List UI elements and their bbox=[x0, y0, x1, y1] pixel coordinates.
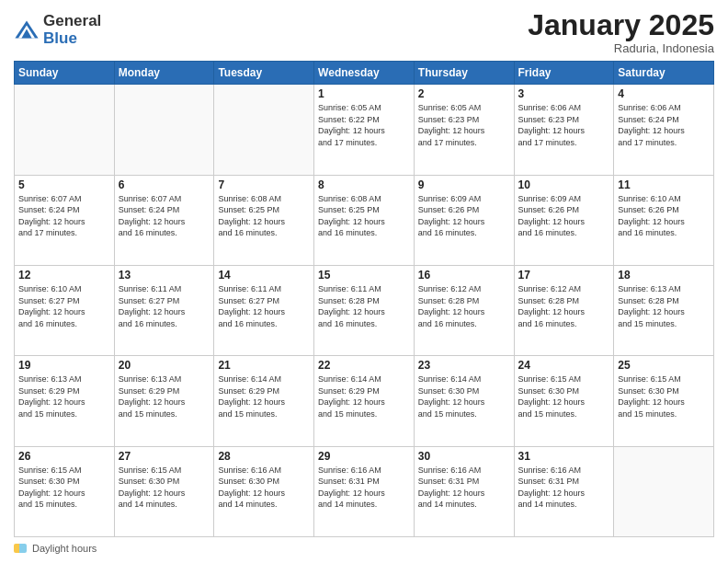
day-info: Sunrise: 6:11 AM Sunset: 6:28 PM Dayligh… bbox=[318, 283, 410, 329]
calendar-cell: 22Sunrise: 6:14 AM Sunset: 6:29 PM Dayli… bbox=[314, 356, 415, 446]
calendar-cell: 28Sunrise: 6:16 AM Sunset: 6:30 PM Dayli… bbox=[214, 446, 314, 536]
day-number: 1 bbox=[318, 87, 410, 100]
day-number: 15 bbox=[318, 269, 410, 282]
day-info: Sunrise: 6:07 AM Sunset: 6:24 PM Dayligh… bbox=[18, 193, 110, 239]
calendar-cell: 15Sunrise: 6:11 AM Sunset: 6:28 PM Dayli… bbox=[314, 265, 415, 355]
col-header-sunday: Sunday bbox=[15, 62, 115, 85]
day-number: 21 bbox=[218, 359, 310, 372]
day-info: Sunrise: 6:10 AM Sunset: 6:26 PM Dayligh… bbox=[618, 193, 710, 239]
calendar-cell: 17Sunrise: 6:12 AM Sunset: 6:28 PM Dayli… bbox=[514, 265, 614, 355]
calendar-cell: 16Sunrise: 6:12 AM Sunset: 6:28 PM Dayli… bbox=[414, 265, 514, 355]
day-number: 16 bbox=[418, 269, 510, 282]
calendar-cell: 25Sunrise: 6:15 AM Sunset: 6:30 PM Dayli… bbox=[614, 356, 714, 446]
day-number: 10 bbox=[518, 178, 610, 191]
calendar-cell: 29Sunrise: 6:16 AM Sunset: 6:31 PM Dayli… bbox=[314, 446, 415, 536]
calendar-cell: 6Sunrise: 6:07 AM Sunset: 6:24 PM Daylig… bbox=[114, 175, 214, 265]
day-number: 28 bbox=[218, 450, 310, 463]
day-info: Sunrise: 6:09 AM Sunset: 6:26 PM Dayligh… bbox=[418, 193, 510, 239]
footer: Daylight hours bbox=[14, 543, 714, 554]
logo-icon bbox=[14, 17, 40, 43]
day-info: Sunrise: 6:14 AM Sunset: 6:30 PM Dayligh… bbox=[418, 373, 510, 419]
day-info: Sunrise: 6:15 AM Sunset: 6:30 PM Dayligh… bbox=[119, 465, 210, 511]
day-number: 31 bbox=[518, 450, 610, 463]
day-number: 27 bbox=[119, 450, 210, 463]
day-number: 8 bbox=[318, 178, 410, 191]
calendar-cell: 3Sunrise: 6:06 AM Sunset: 6:23 PM Daylig… bbox=[514, 85, 614, 175]
calendar-cell: 13Sunrise: 6:11 AM Sunset: 6:27 PM Dayli… bbox=[114, 265, 214, 355]
day-info: Sunrise: 6:13 AM Sunset: 6:28 PM Dayligh… bbox=[618, 283, 710, 329]
calendar-cell: 31Sunrise: 6:16 AM Sunset: 6:31 PM Dayli… bbox=[514, 446, 614, 536]
day-number: 6 bbox=[119, 178, 210, 191]
col-header-monday: Monday bbox=[114, 62, 214, 85]
calendar-cell: 5Sunrise: 6:07 AM Sunset: 6:24 PM Daylig… bbox=[15, 175, 115, 265]
day-info: Sunrise: 6:08 AM Sunset: 6:25 PM Dayligh… bbox=[318, 193, 410, 239]
day-info: Sunrise: 6:16 AM Sunset: 6:30 PM Dayligh… bbox=[218, 465, 310, 511]
day-info: Sunrise: 6:14 AM Sunset: 6:29 PM Dayligh… bbox=[318, 373, 410, 419]
calendar-header-row: SundayMondayTuesdayWednesdayThursdayFrid… bbox=[15, 62, 714, 85]
calendar-cell: 27Sunrise: 6:15 AM Sunset: 6:30 PM Dayli… bbox=[114, 446, 214, 536]
col-header-wednesday: Wednesday bbox=[314, 62, 415, 85]
calendar-cell: 30Sunrise: 6:16 AM Sunset: 6:31 PM Dayli… bbox=[414, 446, 514, 536]
calendar-cell: 9Sunrise: 6:09 AM Sunset: 6:26 PM Daylig… bbox=[414, 175, 514, 265]
day-info: Sunrise: 6:15 AM Sunset: 6:30 PM Dayligh… bbox=[18, 465, 110, 511]
calendar-week-4: 19Sunrise: 6:13 AM Sunset: 6:29 PM Dayli… bbox=[15, 356, 714, 446]
calendar-cell bbox=[15, 85, 115, 175]
day-info: Sunrise: 6:07 AM Sunset: 6:24 PM Dayligh… bbox=[119, 193, 210, 239]
day-number: 7 bbox=[218, 178, 310, 191]
calendar-cell: 14Sunrise: 6:11 AM Sunset: 6:27 PM Dayli… bbox=[214, 265, 314, 355]
day-info: Sunrise: 6:13 AM Sunset: 6:29 PM Dayligh… bbox=[18, 373, 110, 419]
daylight-icon bbox=[14, 544, 27, 553]
day-number: 5 bbox=[18, 178, 110, 191]
day-number: 2 bbox=[418, 87, 510, 100]
day-number: 26 bbox=[18, 450, 110, 463]
day-info: Sunrise: 6:05 AM Sunset: 6:22 PM Dayligh… bbox=[318, 102, 410, 148]
calendar-cell: 26Sunrise: 6:15 AM Sunset: 6:30 PM Dayli… bbox=[15, 446, 115, 536]
calendar-week-3: 12Sunrise: 6:10 AM Sunset: 6:27 PM Dayli… bbox=[15, 265, 714, 355]
logo-text: General Blue bbox=[43, 13, 101, 47]
title-block: January 2025 Raduria, Indonesia bbox=[528, 9, 714, 55]
calendar-table: SundayMondayTuesdayWednesdayThursdayFrid… bbox=[14, 61, 714, 537]
day-info: Sunrise: 6:11 AM Sunset: 6:27 PM Dayligh… bbox=[218, 283, 310, 329]
day-info: Sunrise: 6:16 AM Sunset: 6:31 PM Dayligh… bbox=[418, 465, 510, 511]
day-info: Sunrise: 6:11 AM Sunset: 6:27 PM Dayligh… bbox=[119, 283, 210, 329]
calendar-cell: 8Sunrise: 6:08 AM Sunset: 6:25 PM Daylig… bbox=[314, 175, 415, 265]
col-header-thursday: Thursday bbox=[414, 62, 514, 85]
page: General Blue January 2025 Raduria, Indon… bbox=[0, 0, 728, 563]
logo-general: General bbox=[43, 13, 101, 30]
col-header-friday: Friday bbox=[514, 62, 614, 85]
calendar-cell bbox=[214, 85, 314, 175]
day-info: Sunrise: 6:06 AM Sunset: 6:23 PM Dayligh… bbox=[518, 102, 610, 148]
month-title: January 2025 bbox=[528, 9, 714, 41]
day-info: Sunrise: 6:05 AM Sunset: 6:23 PM Dayligh… bbox=[418, 102, 510, 148]
day-info: Sunrise: 6:16 AM Sunset: 6:31 PM Dayligh… bbox=[318, 465, 410, 511]
day-number: 18 bbox=[618, 269, 710, 282]
footer-label: Daylight hours bbox=[32, 543, 97, 554]
day-info: Sunrise: 6:09 AM Sunset: 6:26 PM Dayligh… bbox=[518, 193, 610, 239]
calendar-cell: 19Sunrise: 6:13 AM Sunset: 6:29 PM Dayli… bbox=[15, 356, 115, 446]
day-info: Sunrise: 6:15 AM Sunset: 6:30 PM Dayligh… bbox=[618, 373, 710, 419]
day-number: 23 bbox=[418, 359, 510, 372]
header: General Blue January 2025 Raduria, Indon… bbox=[14, 9, 714, 55]
day-info: Sunrise: 6:08 AM Sunset: 6:25 PM Dayligh… bbox=[218, 193, 310, 239]
day-info: Sunrise: 6:15 AM Sunset: 6:30 PM Dayligh… bbox=[518, 373, 610, 419]
day-number: 12 bbox=[18, 269, 110, 282]
day-info: Sunrise: 6:10 AM Sunset: 6:27 PM Dayligh… bbox=[18, 283, 110, 329]
calendar-week-2: 5Sunrise: 6:07 AM Sunset: 6:24 PM Daylig… bbox=[15, 175, 714, 265]
calendar-cell: 12Sunrise: 6:10 AM Sunset: 6:27 PM Dayli… bbox=[15, 265, 115, 355]
day-number: 4 bbox=[618, 87, 710, 100]
calendar-cell: 1Sunrise: 6:05 AM Sunset: 6:22 PM Daylig… bbox=[314, 85, 415, 175]
day-info: Sunrise: 6:16 AM Sunset: 6:31 PM Dayligh… bbox=[518, 465, 610, 511]
calendar-cell: 4Sunrise: 6:06 AM Sunset: 6:24 PM Daylig… bbox=[614, 85, 714, 175]
day-number: 20 bbox=[119, 359, 210, 372]
logo-blue: Blue bbox=[43, 30, 101, 48]
day-number: 13 bbox=[119, 269, 210, 282]
day-number: 17 bbox=[518, 269, 610, 282]
calendar-cell: 23Sunrise: 6:14 AM Sunset: 6:30 PM Dayli… bbox=[414, 356, 514, 446]
calendar-cell: 7Sunrise: 6:08 AM Sunset: 6:25 PM Daylig… bbox=[214, 175, 314, 265]
calendar-cell: 2Sunrise: 6:05 AM Sunset: 6:23 PM Daylig… bbox=[414, 85, 514, 175]
day-number: 9 bbox=[418, 178, 510, 191]
day-number: 24 bbox=[518, 359, 610, 372]
day-info: Sunrise: 6:13 AM Sunset: 6:29 PM Dayligh… bbox=[119, 373, 210, 419]
calendar-cell: 11Sunrise: 6:10 AM Sunset: 6:26 PM Dayli… bbox=[614, 175, 714, 265]
col-header-tuesday: Tuesday bbox=[214, 62, 314, 85]
